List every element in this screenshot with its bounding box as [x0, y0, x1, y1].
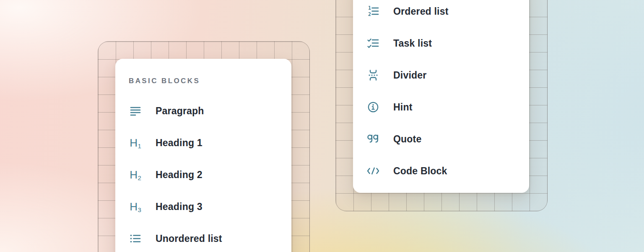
section-label: BASIC BLOCKS: [129, 77, 278, 85]
menu-item-paragraph[interactable]: Paragraph: [129, 99, 278, 123]
menu-item-label: Divider: [393, 70, 426, 81]
menu-item-label: Code Block: [393, 165, 447, 177]
menu-item-quote[interactable]: Quote: [366, 127, 516, 151]
menu-item-label: Unordered list: [156, 233, 222, 244]
heading-2-icon: H2: [129, 168, 142, 181]
svg-text:1: 1: [368, 5, 371, 11]
heading-3-icon: H3: [129, 200, 142, 213]
menu-item-task-list[interactable]: Task list: [366, 32, 516, 55]
menu-item-label: Heading 1: [156, 137, 203, 149]
divider-icon: [366, 68, 380, 82]
blocks-list: 1 2 Ordered list: [366, 0, 516, 183]
menu-item-label: Heading 3: [156, 201, 203, 213]
menu-item-label: Hint: [393, 102, 413, 113]
insert-block-menu-continued: 1 2 Ordered list: [353, 0, 529, 193]
hint-icon: [366, 100, 380, 114]
menu-item-heading-1[interactable]: H1 Heading 1: [129, 131, 278, 155]
paragraph-icon: [129, 104, 142, 118]
menu-item-heading-2[interactable]: H2 Heading 2: [129, 163, 278, 186]
code-block-icon: [366, 164, 380, 178]
menu-item-label: Quote: [393, 134, 421, 145]
basic-blocks-list: Paragraph H1 Heading 1 H2 Heading 2 H3 H…: [129, 99, 278, 250]
menu-item-label: Ordered list: [393, 6, 449, 17]
svg-text:2: 2: [368, 11, 371, 17]
menu-item-hint[interactable]: Hint: [366, 95, 516, 119]
menu-item-label: Heading 2: [156, 169, 203, 181]
menu-item-divider[interactable]: Divider: [366, 63, 516, 87]
menu-item-unordered-list[interactable]: Unordered list: [129, 227, 278, 250]
heading-1-icon: H1: [129, 136, 142, 150]
menu-item-heading-3[interactable]: H3 Heading 3: [129, 195, 278, 218]
task-list-icon: [366, 37, 380, 50]
menu-item-code-block[interactable]: Code Block: [366, 159, 516, 183]
quote-icon: [366, 132, 380, 146]
ordered-list-icon: 1 2: [366, 5, 380, 18]
menu-item-ordered-list[interactable]: 1 2 Ordered list: [366, 0, 516, 23]
unordered-list-icon: [129, 232, 142, 245]
menu-item-label: Paragraph: [156, 105, 204, 117]
basic-blocks-menu: BASIC BLOCKS Paragraph H1 Heading 1: [115, 59, 291, 252]
page-background: BASIC BLOCKS Paragraph H1 Heading 1: [0, 0, 644, 252]
menu-item-label: Task list: [393, 38, 432, 49]
